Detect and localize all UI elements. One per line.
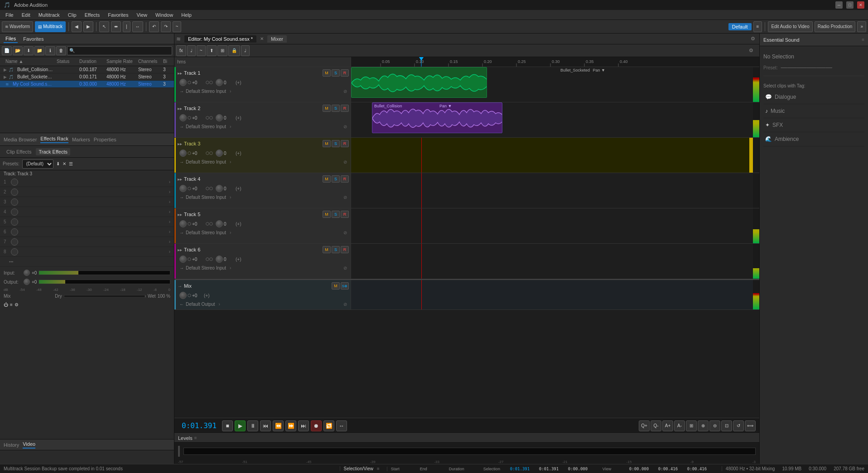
workspace-default-button[interactable]: Default	[728, 23, 752, 30]
fade-tool[interactable]: ~	[173, 21, 182, 32]
metronome-button[interactable]: ♩	[241, 45, 250, 56]
files-search-input[interactable]	[67, 46, 172, 55]
track-input-expand-5[interactable]: ›	[230, 230, 231, 235]
mix-button[interactable]: ⊞	[217, 45, 227, 56]
effect-slot-8[interactable]: 8 ›	[0, 247, 174, 257]
track-insert-6[interactable]: (+)	[236, 257, 241, 262]
track-insert-2[interactable]: (+)	[236, 116, 241, 121]
mix-insert[interactable]: (+)	[204, 293, 210, 298]
markers-tab[interactable]: Markers	[72, 137, 90, 142]
transport-go-end[interactable]: ⏭	[298, 420, 309, 431]
slip-tool[interactable]: ↔	[132, 21, 143, 32]
track-bypass-2[interactable]: ⊘	[343, 124, 347, 129]
media-browser-tab[interactable]: Media Browser	[4, 137, 37, 142]
download-preset-button[interactable]: ⬇	[56, 161, 60, 166]
mixer-tab[interactable]: Mixer	[267, 35, 287, 43]
toolbar-forward[interactable]: ▶	[83, 21, 93, 32]
track-pan-knob-5[interactable]	[216, 220, 223, 227]
track-solo-1[interactable]: S	[332, 69, 340, 77]
menu-window[interactable]: Window	[152, 11, 177, 19]
effects-options[interactable]: ☰	[69, 161, 73, 166]
clip-track2-purple[interactable]: Bullet_Collision Pan ▼	[372, 102, 502, 133]
zoom-full[interactable]: ⟺	[745, 420, 756, 431]
effect-slot-3[interactable]: 3 ›	[0, 197, 174, 207]
properties-tab[interactable]: Properties	[94, 137, 116, 142]
track-content-5[interactable]	[351, 208, 759, 243]
waveform-mode-button[interactable]: ≋ Waveform	[2, 21, 33, 32]
zoom-reset[interactable]: ↺	[733, 420, 744, 431]
track-pan-knob-3[interactable]	[216, 150, 223, 157]
undo-btn[interactable]: ↶	[149, 21, 159, 32]
mix-slider[interactable]	[64, 295, 146, 298]
clip-effects-tab[interactable]: Clip Effects	[4, 148, 34, 155]
zoom-in-time[interactable]: Q+	[639, 420, 650, 431]
track-mute-5[interactable]: M	[323, 211, 331, 218]
options-button[interactable]: ⚙	[14, 302, 19, 307]
effect-power-4[interactable]	[11, 208, 18, 216]
menu-edit[interactable]: Edit	[18, 11, 34, 19]
effect-slot-2[interactable]: 2 ›	[0, 187, 174, 197]
mix-volume-knob[interactable]	[179, 292, 187, 299]
track-input-expand-6[interactable]: ›	[230, 265, 231, 270]
history-tab[interactable]: History	[4, 442, 19, 448]
track-solo-6[interactable]: S	[332, 246, 340, 253]
ambience-button[interactable]: 🌊 Ambience	[763, 132, 864, 146]
track-volume-knob-5[interactable]	[179, 220, 187, 227]
essential-options[interactable]: ≡	[862, 37, 864, 42]
track-mute-6[interactable]: M	[323, 246, 331, 253]
effect-slot-5[interactable]: 5 ›	[0, 217, 174, 227]
track-effects-tab[interactable]: Track Effects	[36, 148, 70, 155]
track-content-3[interactable]	[351, 138, 759, 173]
effect-slot-1[interactable]: 1 ›	[0, 177, 174, 187]
track-insert-4[interactable]: (+)	[236, 186, 241, 191]
sfx-button[interactable]: ✦ SFX	[763, 118, 864, 132]
maximize-button[interactable]: □	[846, 1, 854, 9]
transport-autoscroll[interactable]: ↔	[336, 420, 347, 431]
track-volume-knob-1[interactable]	[179, 79, 187, 86]
track-mute-1[interactable]: M	[323, 69, 331, 77]
track-insert-5[interactable]: (+)	[236, 222, 241, 227]
menu-effects[interactable]: Effects	[81, 11, 103, 19]
track-expand-2[interactable]: ▸▸	[178, 106, 182, 111]
track-solo-5[interactable]: S	[332, 211, 340, 218]
mix-solo[interactable]: S⊕	[341, 282, 349, 290]
track-insert-3[interactable]: (+)	[236, 151, 241, 156]
new-file-button[interactable]: 📄	[2, 46, 12, 55]
track-solo-3[interactable]: S	[332, 140, 340, 147]
mix-mute[interactable]: M	[332, 282, 340, 290]
effect-power-1[interactable]	[11, 179, 18, 186]
clip-track1-green[interactable]	[351, 67, 487, 98]
track-mute-3[interactable]: M	[323, 140, 331, 147]
transport-play[interactable]: ▶	[235, 420, 246, 431]
editor-main-tab[interactable]: Editor: My Cool Sound.sesx *	[184, 35, 256, 43]
effect-power-8[interactable]	[11, 248, 18, 256]
track-expand-5[interactable]: ▸▸	[178, 212, 182, 217]
select-tool[interactable]: ↖	[99, 21, 109, 32]
editor-tab-close[interactable]: ✕	[260, 36, 264, 41]
menu-favorites[interactable]: Favorites	[104, 11, 132, 19]
track-rec-5[interactable]: R	[341, 211, 349, 218]
zoom-out-time[interactable]: Q-	[651, 420, 661, 431]
menu-help[interactable]: Help	[178, 11, 195, 19]
track-input-expand-3[interactable]: ›	[230, 159, 231, 164]
track-content-4[interactable]	[351, 173, 759, 208]
env-button[interactable]: ~	[197, 45, 206, 56]
file-row[interactable]: ▶ 🎵 Bullet_Socketed.wav 0:00.171 48000 H…	[0, 73, 174, 81]
favorites-tab[interactable]: Favorites	[21, 35, 45, 43]
menu-file[interactable]: File	[2, 11, 17, 19]
track-bypass-1[interactable]: ⊘	[343, 89, 347, 94]
track-volume-knob-3[interactable]	[179, 150, 187, 157]
output-knob[interactable]	[24, 279, 30, 285]
track-expand-6[interactable]: ▸▸	[178, 247, 182, 252]
effects-rack-tab[interactable]: Effects Rack	[40, 136, 68, 143]
import-button[interactable]: ⬇	[24, 46, 34, 55]
track-volume-knob-6[interactable]	[179, 256, 187, 263]
transport-record[interactable]: ⏺	[311, 420, 322, 431]
toolbar-back[interactable]: ◀	[72, 21, 82, 32]
time-selection-tool[interactable]: ⬌	[111, 21, 121, 32]
input-knob[interactable]	[24, 270, 30, 276]
folder-button[interactable]: 📁	[34, 46, 44, 55]
effect-slot-7[interactable]: 7 ›	[0, 237, 174, 247]
mix-expand[interactable]: →	[178, 284, 182, 289]
zoom-fit[interactable]: ⊡	[721, 420, 732, 431]
